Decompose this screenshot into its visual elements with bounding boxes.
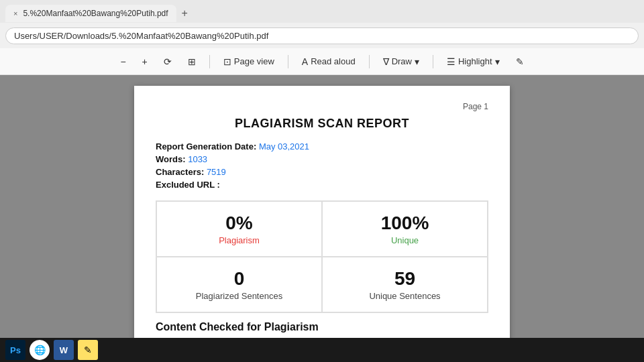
- toolbar-divider-3: [369, 55, 370, 68]
- stat-label-plagiarism: Plagiarism: [165, 235, 313, 245]
- stat-number-unique-sentences: 59: [331, 268, 479, 290]
- fit-page-icon: ⟳: [164, 56, 172, 67]
- characters-value: 7519: [207, 167, 226, 177]
- stat-number-plagiarized: 0: [165, 268, 313, 290]
- draw-icon: ∇: [383, 56, 389, 67]
- draw-button[interactable]: ∇ Draw ▾: [378, 54, 425, 70]
- highlight-chevron: ▾: [495, 56, 500, 67]
- pdf-toolbar: − + ⟳ ⊞ ⊡ Page view A Read aloud ∇ Draw …: [0, 48, 644, 75]
- eraser-button[interactable]: ✎: [511, 54, 529, 70]
- generation-value-text: May 03,2021: [259, 141, 309, 152]
- notepad-label: ✎: [84, 345, 92, 355]
- content-section-title: Content Checked for Plagiarism: [156, 321, 488, 333]
- report-excluded: Excluded URL :: [156, 180, 488, 190]
- two-page-icon: ⊞: [188, 56, 196, 67]
- excluded-label: Excluded URL :: [156, 180, 220, 190]
- browser-chrome: × 5.%20Manfaat%20Bawang%20Putih.pdf + Us…: [0, 0, 644, 75]
- tab-bar: × 5.%20Manfaat%20Bawang%20Putih.pdf +: [0, 0, 644, 23]
- highlight-icon: ☰: [447, 56, 455, 67]
- stats-grid: 0% Plagiarism 100% Unique 0 Plagiarized …: [156, 200, 488, 313]
- stat-number-100: 100%: [331, 213, 479, 234]
- page-view-icon: ⊡: [223, 56, 231, 67]
- highlight-button[interactable]: ☰ Highlight ▾: [441, 54, 505, 70]
- read-aloud-label: Read aloud: [311, 56, 356, 66]
- highlight-label: Highlight: [458, 56, 492, 66]
- tab-close[interactable]: ×: [13, 9, 17, 17]
- stat-plagiarism-percent: 0% Plagiarism: [156, 201, 322, 257]
- page-number-label: Page 1: [156, 102, 488, 111]
- read-aloud-button[interactable]: A Read aloud: [297, 54, 361, 70]
- draw-label: Draw: [392, 56, 412, 66]
- toolbar-divider-2: [288, 55, 288, 68]
- word-label: W: [60, 345, 68, 355]
- two-page-button[interactable]: ⊞: [182, 54, 201, 70]
- toolbar-divider-4: [433, 55, 433, 68]
- words-value: 1033: [188, 154, 207, 164]
- taskbar-bar: Ps 🌐 W ✎: [0, 338, 644, 362]
- read-aloud-icon: A: [302, 56, 308, 67]
- zoom-out-button[interactable]: −: [115, 54, 131, 70]
- generation-label: Report Generation Date:: [156, 141, 256, 152]
- stat-number-0: 0%: [165, 213, 313, 234]
- tab-title: 5.%20Manfaat%20Bawang%20Putih.pdf: [23, 9, 168, 18]
- stat-unique-percent: 100% Unique: [322, 201, 488, 257]
- taskbar-word-icon[interactable]: W: [54, 340, 74, 360]
- eraser-icon: ✎: [516, 56, 524, 67]
- stat-label-plagiarized-sentences: Plagiarized Sentences: [165, 291, 313, 301]
- toolbar-divider-1: [209, 55, 210, 68]
- zoom-out-icon: −: [120, 56, 125, 67]
- browser-tab[interactable]: × 5.%20Manfaat%20Bawang%20Putih.pdf: [5, 5, 176, 22]
- zoom-in-icon: +: [142, 56, 148, 67]
- report-title: PLAGIARISM SCAN REPORT: [156, 117, 488, 131]
- taskbar-chrome-icon[interactable]: 🌐: [30, 340, 50, 360]
- page-view-label: Page view: [234, 56, 274, 66]
- page-view-button[interactable]: ⊡ Page view: [218, 54, 280, 70]
- zoom-in-button[interactable]: +: [137, 54, 153, 70]
- new-tab-button[interactable]: +: [179, 7, 191, 19]
- fit-page-button[interactable]: ⟳: [158, 54, 177, 70]
- stat-unique-sentences: 59 Unique Sentences: [322, 257, 488, 312]
- report-characters: Characters: 7519: [156, 167, 488, 177]
- chrome-label: 🌐: [34, 345, 46, 355]
- report-words: Words: 1033: [156, 154, 488, 164]
- draw-chevron: ▾: [415, 56, 419, 67]
- pdf-area: Page 1 PLAGIARISM SCAN REPORT Report Gen…: [0, 75, 644, 362]
- address-bar[interactable]: Users/USER/Downloads/5.%20Manfaat%20Bawa…: [5, 27, 639, 44]
- pdf-page: Page 1 PLAGIARISM SCAN REPORT Report Gen…: [134, 86, 510, 351]
- words-label: Words:: [156, 154, 186, 164]
- stat-label-unique: Unique: [331, 235, 479, 245]
- taskbar-ps-icon[interactable]: Ps: [5, 340, 25, 360]
- stat-label-unique-sentences: Unique Sentences: [331, 291, 479, 301]
- stat-plagiarized-sentences: 0 Plagiarized Sentences: [156, 257, 322, 312]
- address-bar-row: Users/USER/Downloads/5.%20Manfaat%20Bawa…: [0, 23, 644, 48]
- report-generation-date: Report Generation Date: May 03,2021: [156, 141, 488, 152]
- taskbar-notepad-icon[interactable]: ✎: [78, 340, 98, 360]
- characters-label: Characters:: [156, 167, 204, 177]
- address-text: Users/USER/Downloads/5.%20Manfaat%20Bawa…: [14, 31, 268, 41]
- ps-label: Ps: [10, 345, 21, 355]
